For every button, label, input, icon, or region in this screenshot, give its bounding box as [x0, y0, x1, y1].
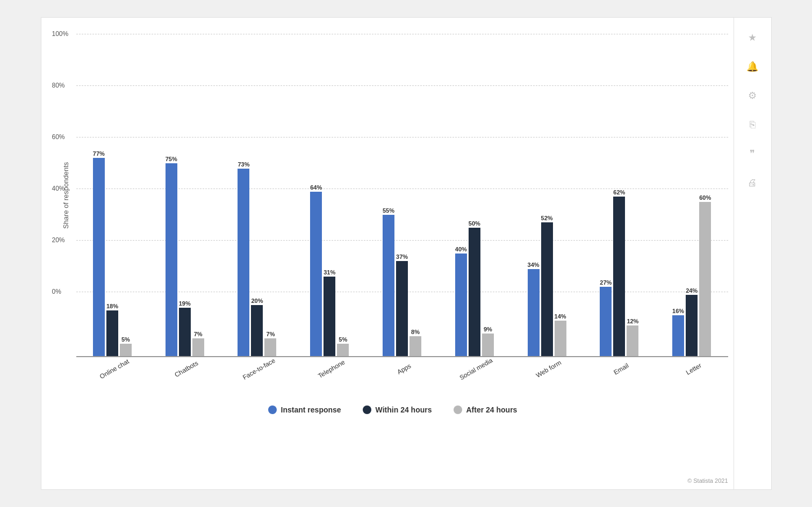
x-axis-baseline	[76, 356, 728, 357]
bar-wrap: 27%	[600, 34, 612, 357]
category-group: 55%37%8%	[366, 34, 439, 357]
bar	[528, 269, 540, 357]
bar-value-label: 8%	[411, 329, 420, 335]
bar	[120, 344, 132, 357]
bar	[396, 261, 408, 357]
legend-label: After 24 hours	[466, 405, 518, 414]
category-group: 77%18%5%	[76, 34, 149, 357]
category-group: 40%50%9%	[438, 34, 511, 357]
bar	[324, 277, 335, 357]
bar	[93, 158, 105, 357]
bar	[600, 287, 612, 357]
bar	[699, 202, 711, 357]
bar	[469, 228, 480, 357]
bar-value-label: 7%	[267, 331, 275, 337]
category-group: 34%52%14%	[511, 34, 583, 357]
bar	[455, 253, 467, 357]
bar-value-label: 55%	[383, 207, 394, 214]
bar-wrap: 9%	[482, 34, 494, 357]
chart-main: Share of respondents 0%20%40%60%80%100%7…	[58, 34, 728, 357]
bar	[383, 215, 394, 357]
bar-wrap: 5%	[120, 34, 132, 357]
bar	[627, 325, 638, 357]
y-axis-tick-label: 20%	[52, 236, 65, 244]
bar-value-label: 75%	[166, 156, 177, 162]
quote-icon[interactable]: ❞	[741, 142, 764, 165]
bar	[686, 295, 698, 357]
bar	[337, 344, 349, 357]
star-icon[interactable]: ★	[741, 26, 764, 49]
bar-value-label: 77%	[93, 150, 105, 157]
bar-value-label: 20%	[251, 298, 263, 304]
bar-value-label: 64%	[310, 184, 322, 191]
legend-item: After 24 hours	[454, 405, 518, 414]
bar-value-label: 24%	[686, 287, 698, 294]
bar-wrap: 8%	[409, 34, 421, 357]
bar-wrap: 34%	[528, 34, 540, 357]
bar-wrap: 75%	[166, 34, 177, 357]
gear-icon[interactable]: ⚙	[741, 84, 764, 107]
y-axis-tick-label: 100%	[52, 30, 69, 38]
bar-value-label: 18%	[106, 303, 118, 309]
legend: Instant responseWithin 24 hoursAfter 24 …	[58, 405, 728, 419]
bar	[541, 222, 553, 357]
bar	[179, 308, 191, 357]
category-group: 64%31%5%	[293, 34, 366, 357]
bar-wrap: 31%	[324, 34, 335, 357]
bar	[555, 321, 566, 357]
bar-wrap: 50%	[469, 34, 480, 357]
bar-value-label: 60%	[699, 194, 711, 201]
legend-dot	[268, 405, 277, 414]
bar	[238, 169, 249, 357]
y-axis-tick-label: 80%	[52, 82, 65, 89]
bar-value-label: 16%	[672, 308, 684, 314]
bar-wrap: 20%	[251, 34, 263, 357]
bar-wrap: 7%	[192, 34, 204, 357]
bar-wrap: 5%	[337, 34, 349, 357]
print-icon[interactable]: 🖨	[741, 171, 764, 194]
bar-wrap: 37%	[396, 34, 408, 357]
bar-wrap: 19%	[179, 34, 191, 357]
bar-value-label: 5%	[121, 336, 130, 343]
bar-value-label: 14%	[555, 313, 566, 320]
bar-value-label: 5%	[339, 336, 347, 343]
legend-label: Within 24 hours	[376, 405, 432, 414]
legend-dot	[454, 405, 462, 414]
category-group: 73%20%7%	[221, 34, 293, 357]
bar-wrap: 18%	[106, 34, 118, 357]
bar-wrap: 77%	[93, 34, 105, 357]
bar	[264, 338, 276, 357]
category-group: 75%19%7%	[148, 34, 221, 357]
bar	[251, 305, 263, 357]
bar	[106, 310, 118, 357]
bar-value-label: 40%	[455, 246, 467, 252]
bell-icon[interactable]: 🔔	[741, 55, 764, 78]
y-axis-tick-label: 60%	[52, 133, 65, 141]
bar	[613, 197, 625, 357]
grid-and-bars: 0%20%40%60%80%100%77%18%5%75%19%7%73%20%…	[76, 34, 728, 357]
page-wrapper: ★🔔⚙⎘❞🖨 Share of respondents 0%20%40%60%8…	[0, 0, 812, 507]
share-icon[interactable]: ⎘	[741, 113, 764, 136]
legend-dot	[363, 405, 371, 414]
sidebar-icons: ★🔔⚙⎘❞🖨	[734, 18, 771, 489]
bar-value-label: 62%	[613, 189, 625, 195]
bar-wrap: 7%	[264, 34, 276, 357]
bar-wrap: 24%	[686, 34, 698, 357]
x-axis-labels: Online chatChatbotsFace-to-faceTelephone…	[58, 357, 728, 373]
bar-wrap: 55%	[383, 34, 394, 357]
bar-wrap: 14%	[555, 34, 566, 357]
bar-value-label: 19%	[179, 300, 191, 307]
bar-value-label: 73%	[238, 161, 249, 168]
bars-container: 77%18%5%75%19%7%73%20%7%64%31%5%55%37%8%…	[76, 34, 728, 357]
bar	[409, 336, 421, 357]
bar	[310, 192, 322, 357]
bar-value-label: 34%	[528, 262, 540, 268]
category-group: 16%24%60%	[656, 34, 728, 357]
bar-value-label: 7%	[194, 331, 203, 337]
bar-wrap: 73%	[238, 34, 249, 357]
bar	[192, 338, 204, 357]
bar-wrap: 40%	[455, 34, 467, 357]
bar-value-label: 37%	[396, 253, 408, 260]
y-axis-tick-label: 40%	[52, 185, 65, 192]
category-group: 27%62%12%	[583, 34, 656, 357]
